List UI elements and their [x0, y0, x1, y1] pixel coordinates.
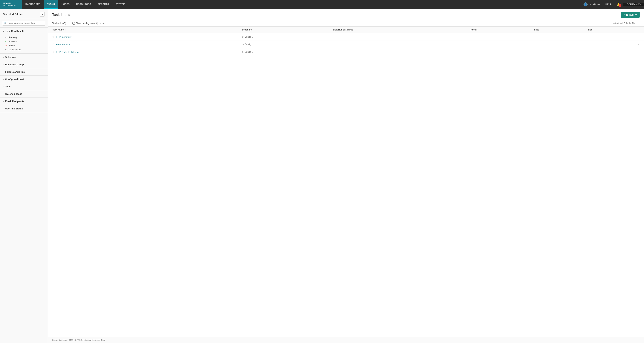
star-icon[interactable]: ☆ — [52, 43, 54, 46]
col-files[interactable]: Files — [532, 27, 586, 33]
chevron-right-icon: › — [3, 71, 4, 73]
filter-no-transfers-label: No Transfers — [8, 48, 21, 51]
filter-header-last-run-result[interactable]: ▾ Last Run Result — [0, 27, 48, 35]
filter-label-override-status: Override Status — [5, 107, 23, 110]
filter-header-watched-tasks[interactable]: › Watched Tasks — [0, 90, 48, 97]
filter-header-type[interactable]: › Type — [0, 83, 48, 90]
sort-icon: ↑ — [65, 29, 66, 31]
nav-help[interactable]: HELP — [603, 3, 614, 6]
filter-section-override-status: › Override Status — [0, 105, 48, 112]
add-task-button[interactable]: Add Task ▾ — [621, 12, 640, 18]
task-table: Task Name ↑ Schedule Last Run (start tim… — [48, 27, 644, 337]
filter-header-override-status[interactable]: › Override Status — [0, 105, 48, 112]
filter-section-watched-tasks: › Watched Tasks — [0, 90, 48, 98]
nav-items: DASHBOARD TASKS HOSTS RESOURCES REPORTS … — [22, 0, 581, 9]
filter-section-folders-and-files: › Folders and Files — [0, 68, 48, 76]
table-header: Task Name ↑ Schedule Last Run (start tim… — [48, 27, 644, 33]
filter-section-schedule: › Schedule — [0, 54, 48, 61]
filter-failure-label: Failure — [9, 44, 16, 47]
chevron-right-icon: › — [3, 100, 4, 102]
sidebar-collapse-button[interactable]: ◀ — [40, 12, 45, 16]
nav-commands[interactable]: COMMANDS — [624, 3, 644, 6]
filter-header-configured-host[interactable]: › Configured Host — [0, 76, 48, 83]
refresh-options-button[interactable]: ··· — [637, 22, 640, 24]
total-tasks-label: Total tasks (3) — [52, 22, 66, 24]
star-icon[interactable]: ☆ — [52, 50, 54, 53]
filter-header-schedule[interactable]: › Schedule — [0, 54, 48, 61]
chevron-right-icon: › — [3, 93, 4, 95]
show-running-checkbox[interactable] — [72, 22, 75, 24]
schedule-cell: ⊘ Config ... — [240, 41, 331, 48]
filter-item-success[interactable]: ✔ Success — [5, 39, 45, 43]
nav-user[interactable]: 👤 rachel.frnka — [581, 2, 602, 6]
col-actions — [636, 27, 644, 33]
app-body: Search & Filters ◀ 🔍 ▾ Last Run Result ⊙… — [0, 9, 644, 343]
files-cell — [532, 33, 586, 41]
nav-item-hosts[interactable]: HOSTS — [58, 0, 73, 9]
nav-notifications[interactable]: 🔔 7 — [614, 3, 623, 6]
user-avatar: 👤 — [584, 2, 588, 6]
filter-header-resource-group[interactable]: › Resource Group — [0, 61, 48, 68]
files-cell — [532, 48, 586, 56]
sidebar-header: Search & Filters ◀ — [0, 9, 48, 19]
size-cell — [586, 41, 636, 48]
result-cell — [468, 33, 532, 41]
top-nav: MOVEit AUTOMATION DASHBOARD TASKS HOSTS … — [0, 0, 644, 9]
chevron-down-icon: ▾ — [3, 30, 4, 32]
filter-section-email-recipients: › Email Recipients — [0, 98, 48, 105]
filter-header-folders-and-files[interactable]: › Folders and Files — [0, 68, 48, 75]
config-icon: ⊘ — [242, 43, 244, 46]
row-actions-menu[interactable]: ··· — [638, 50, 642, 53]
nav-item-reports[interactable]: REPORTS — [94, 0, 112, 9]
search-input-wrap[interactable]: 🔍 — [2, 21, 46, 25]
task-name-link[interactable]: ERP Inventory — [56, 36, 72, 38]
col-last-run[interactable]: Last Run (start time) — [331, 27, 468, 33]
filter-label-schedule: Schedule — [5, 56, 16, 58]
nav-item-system[interactable]: SYSTEM — [112, 0, 128, 9]
result-cell — [468, 48, 532, 56]
filter-section-last-run-result: ▾ Last Run Result ⊙ Running ✔ Success ⚠ … — [0, 27, 48, 54]
app-logo[interactable]: MOVEit AUTOMATION — [0, 0, 22, 9]
filter-label-email-recipients: Email Recipients — [5, 100, 24, 103]
nav-item-tasks[interactable]: TASKS — [44, 0, 58, 9]
col-schedule[interactable]: Schedule — [240, 27, 331, 33]
row-actions-cell: ··· — [636, 33, 644, 41]
filter-item-failure[interactable]: ⚠ Failure — [5, 43, 45, 47]
files-cell — [532, 41, 586, 48]
result-cell — [468, 41, 532, 48]
row-actions-menu[interactable]: ··· — [638, 43, 642, 46]
schedule-value: Config ... — [244, 43, 254, 46]
col-result[interactable]: Result — [468, 27, 532, 33]
sidebar-title: Search & Filters — [3, 13, 22, 15]
row-actions-cell: ··· — [636, 41, 644, 48]
filter-section-type: › Type — [0, 83, 48, 90]
logo-name: MOVEit — [3, 2, 12, 5]
nav-item-resources[interactable]: RESOURCES — [73, 0, 94, 9]
star-icon[interactable]: ☆ — [52, 35, 54, 38]
filter-header-email-recipients[interactable]: › Email Recipients — [0, 98, 48, 105]
search-input[interactable] — [8, 22, 44, 24]
filter-running-label: Running — [8, 36, 17, 39]
row-actions-menu[interactable]: ··· — [638, 35, 642, 38]
last-run-cell — [331, 41, 468, 48]
col-size[interactable]: Size — [586, 27, 636, 33]
task-name-link[interactable]: ERP Invoices — [56, 43, 70, 46]
size-cell — [586, 48, 636, 56]
config-icon: ⊘ — [242, 36, 244, 38]
filter-item-no-transfers[interactable]: ⊘ No Transfers — [5, 47, 45, 52]
schedule-cell: ⊘ Config ... — [240, 48, 331, 56]
logo-subtitle: AUTOMATION — [3, 5, 16, 7]
nav-item-dashboard[interactable]: DASHBOARD — [22, 0, 44, 9]
show-running-checkbox-label[interactable]: Show running tasks (0) on top — [72, 22, 105, 24]
filter-content-last-run-result: ⊙ Running ✔ Success ⚠ Failure ⊘ No Trans… — [0, 35, 48, 53]
filter-item-running[interactable]: ⊙ Running — [5, 35, 45, 39]
main-header: Task List (3) Add Task ▾ — [48, 9, 644, 20]
page-title-text: Task List — [52, 13, 66, 17]
task-name-link[interactable]: ERP Order Fulfillment — [56, 51, 79, 53]
col-task-name[interactable]: Task Name ↑ — [48, 27, 240, 33]
size-cell — [586, 33, 636, 41]
schedule-value: Config ... — [244, 36, 254, 38]
table-controls-right: Last refresh 3:44:44 PM ··· — [612, 22, 640, 24]
task-name-cell: ☆ ERP Invoices — [48, 41, 240, 48]
main-content: Task List (3) Add Task ▾ Total tasks (3)… — [48, 9, 644, 343]
